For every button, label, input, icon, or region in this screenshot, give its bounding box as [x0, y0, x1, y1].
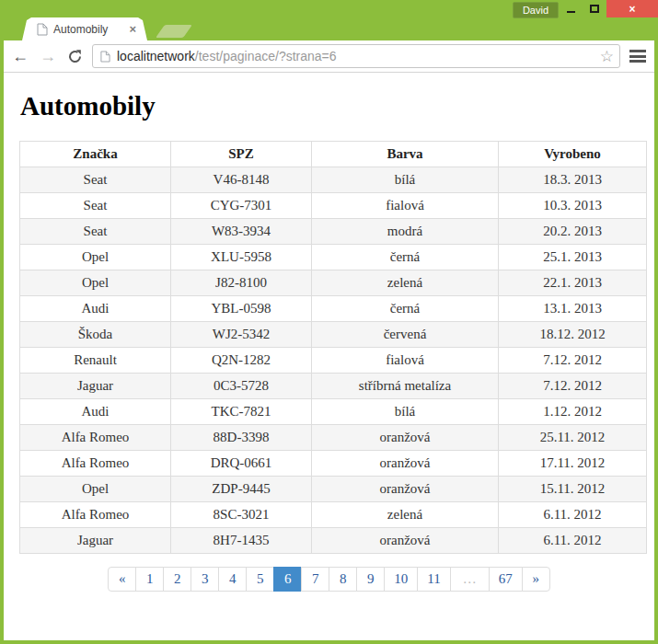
table-row: Audi TKC-7821 bílá 1.12. 2012: [20, 399, 647, 425]
cell-znacka: Alfa Romeo: [20, 425, 171, 451]
pagination-page-10[interactable]: 10: [384, 567, 418, 592]
cell-vyrobeno: 7.12. 2012: [499, 348, 647, 374]
pagination: « 1 2 3 4 5 6 7 8 9 10 11 … 67 »: [4, 567, 654, 592]
menu-bar: [629, 55, 646, 58]
cell-vyrobeno: 18.3. 2013: [499, 167, 647, 193]
page-icon: [100, 51, 110, 63]
menu-bar: [629, 60, 646, 63]
pagination-page-2[interactable]: 2: [163, 567, 191, 592]
back-button[interactable]: ←: [12, 48, 29, 64]
pagination-page-5[interactable]: 5: [246, 567, 274, 592]
pagination-page-1[interactable]: 1: [135, 567, 164, 592]
cars-table: Značka SPZ Barva Vyrobeno Seat V46-8148 …: [19, 141, 647, 554]
pagination-page-67[interactable]: 67: [489, 567, 523, 592]
cell-vyrobeno: 22.1. 2013: [499, 270, 647, 296]
pagination-prev[interactable]: «: [108, 567, 136, 592]
bookmark-star-icon[interactable]: ☆: [600, 49, 614, 64]
cell-barva: fialová: [312, 193, 499, 219]
browser-toolbar: ← → localitnetwork/test/paginace/?strana…: [4, 40, 654, 73]
cell-vyrobeno: 7.12. 2012: [499, 374, 647, 399]
cell-vyrobeno: 20.2. 2013: [499, 219, 647, 245]
table-row: Seat CYG-7301 fialová 10.3. 2013: [20, 193, 647, 219]
cell-spz: J82-8100: [171, 270, 312, 296]
maximize-button[interactable]: [583, 0, 606, 17]
cell-znacka: Alfa Romeo: [20, 502, 171, 528]
cell-znacka: Opel: [20, 245, 171, 270]
minimize-icon: [567, 11, 575, 13]
pagination-page-9[interactable]: 9: [356, 567, 385, 592]
table-row: Seat V46-8148 bílá 18.3. 2013: [20, 167, 647, 193]
header-znacka: Značka: [20, 142, 171, 167]
header-barva: Barva: [312, 142, 499, 167]
header-spz: SPZ: [171, 142, 312, 167]
pagination-ellipsis: …: [450, 567, 490, 592]
cell-spz: DRQ-0661: [171, 451, 312, 477]
pagination-page-11[interactable]: 11: [417, 567, 450, 592]
cell-vyrobeno: 15.11. 2012: [499, 477, 647, 502]
cell-barva: červená: [312, 322, 499, 348]
cell-vyrobeno: 1.12. 2012: [499, 399, 647, 425]
cell-vyrobeno: 13.1. 2013: [499, 296, 647, 322]
pagination-page-7[interactable]: 7: [301, 567, 329, 592]
cell-znacka: Renault: [20, 348, 171, 374]
cell-vyrobeno: 18.12. 2012: [499, 322, 647, 348]
table-row: Jaguar 0C3-5728 stříbrná metalíza 7.12. …: [20, 374, 647, 399]
browser-window-body: ← → localitnetwork/test/paginace/?strana…: [4, 40, 654, 640]
cell-spz: WJ2-5342: [171, 322, 312, 348]
cell-barva: zelená: [312, 502, 499, 528]
new-tab-button[interactable]: [156, 25, 192, 38]
menu-hamburger-icon[interactable]: [629, 48, 646, 65]
cell-barva: oranžová: [312, 477, 499, 502]
cell-spz: 8H7-1435: [171, 528, 312, 554]
url-host: localitnetwork: [117, 49, 195, 63]
close-window-button[interactable]: ×: [606, 0, 658, 17]
cell-spz: ZDP-9445: [171, 477, 312, 502]
cell-barva: černá: [312, 245, 499, 270]
table-row: Jaguar 8H7-1435 oranžová 6.11. 2012: [20, 528, 647, 554]
cell-spz: YBL-0598: [171, 296, 312, 322]
pagination-page-8[interactable]: 8: [329, 567, 357, 592]
pagination-next[interactable]: »: [522, 567, 550, 592]
cell-znacka: Opel: [20, 477, 171, 502]
url-address-bar[interactable]: localitnetwork/test/paginace/?strana=6 ☆: [92, 44, 620, 68]
table-row: Opel ZDP-9445 oranžová 15.11. 2012: [20, 477, 647, 502]
menu-bar: [629, 50, 646, 52]
pagination-page-3[interactable]: 3: [190, 567, 219, 592]
reload-button[interactable]: [67, 49, 83, 64]
cell-barva: oranžová: [312, 528, 499, 554]
table-row: Opel XLU-5958 černá 25.1. 2013: [20, 245, 647, 270]
window-titlebar: David ×: [0, 0, 658, 17]
cell-spz: Q2N-1282: [171, 348, 312, 374]
tab-automobily[interactable]: Automobily ×: [22, 17, 147, 40]
table-header-row: Značka SPZ Barva Vyrobeno: [20, 142, 647, 167]
table-row: Škoda WJ2-5342 červená 18.12. 2012: [20, 322, 647, 348]
web-page-content: Automobily Značka SPZ Barva Vyrobeno Sea…: [4, 73, 654, 640]
cell-vyrobeno: 25.1. 2013: [499, 245, 647, 270]
forward-button[interactable]: →: [40, 48, 56, 64]
pagination-page-4[interactable]: 4: [218, 567, 247, 592]
cell-barva: oranžová: [312, 425, 499, 451]
cell-barva: zelená: [312, 270, 499, 296]
header-vyrobeno: Vyrobeno: [499, 142, 647, 167]
cell-spz: XLU-5958: [171, 245, 312, 270]
cell-znacka: Audi: [20, 399, 171, 425]
cell-znacka: Opel: [20, 270, 171, 296]
cell-spz: V46-8148: [171, 167, 312, 193]
table-row: Audi YBL-0598 černá 13.1. 2013: [20, 296, 647, 322]
table-row: Alfa Romeo 8SC-3021 zelená 6.11. 2012: [20, 502, 647, 528]
cell-spz: 0C3-5728: [171, 374, 312, 399]
cell-spz: CYG-7301: [171, 193, 312, 219]
tab-close-icon[interactable]: ×: [129, 23, 136, 35]
page-icon: [37, 23, 48, 36]
pagination-page-6-current[interactable]: 6: [273, 567, 302, 592]
cell-vyrobeno: 6.11. 2012: [499, 502, 647, 528]
cell-barva: bílá: [312, 167, 499, 193]
table-row: Seat W83-3934 modrá 20.2. 2013: [20, 219, 647, 245]
cell-znacka: Škoda: [20, 322, 171, 348]
cell-vyrobeno: 10.3. 2013: [499, 193, 647, 219]
cell-znacka: Audi: [20, 296, 171, 322]
profile-badge[interactable]: David: [513, 2, 559, 18]
cell-barva: černá: [312, 296, 499, 322]
minimize-button[interactable]: [559, 0, 583, 17]
cell-barva: oranžová: [312, 451, 499, 477]
